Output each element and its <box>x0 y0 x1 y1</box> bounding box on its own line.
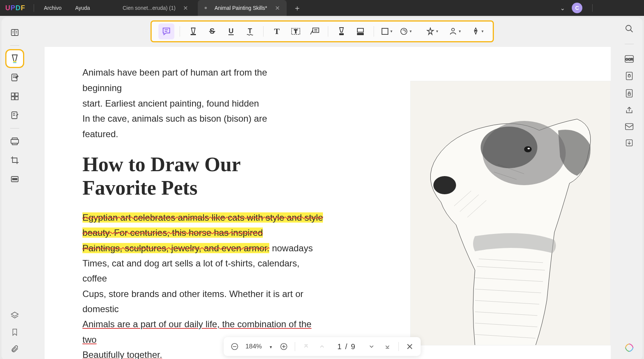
zoom-in-button[interactable] <box>279 342 289 351</box>
divider <box>374 26 374 37</box>
forms-mode-button[interactable] <box>6 107 23 124</box>
search-button[interactable] <box>625 24 634 33</box>
save-button[interactable] <box>625 139 633 147</box>
chevron-down-icon: ▼ <box>409 29 413 33</box>
svg-rect-18 <box>15 97 18 100</box>
divider <box>398 342 399 351</box>
signature-tool[interactable]: ▼ <box>447 23 463 39</box>
area-tool[interactable] <box>352 23 368 39</box>
main-area: S U T T T ▼ ▼ ▼ ▼ ▼ Animals have been pa… <box>28 17 616 359</box>
chevron-down-icon[interactable]: ⌄ <box>560 5 565 12</box>
page-tools-button[interactable] <box>6 133 23 150</box>
ocr-button[interactable]: OCR <box>624 55 634 63</box>
divider <box>10 128 19 128</box>
squiggly-tool[interactable]: T <box>242 23 258 39</box>
divider <box>592 4 593 12</box>
svg-rect-10 <box>13 61 17 62</box>
last-page-button[interactable] <box>382 342 392 351</box>
titlebar: UPDF Archivo Ayuda Cien sonet...eruda) (… <box>0 0 644 16</box>
right-sidebar: OCR <box>616 17 642 359</box>
divider <box>263 26 264 37</box>
left-sidebar <box>2 17 28 359</box>
share-button[interactable] <box>625 106 633 115</box>
svg-point-51 <box>524 146 532 152</box>
divider <box>180 26 180 37</box>
area-highlight-tool[interactable] <box>334 23 349 39</box>
svg-rect-11 <box>13 62 17 63</box>
attachments-button[interactable] <box>11 345 19 353</box>
first-page-button[interactable] <box>301 342 311 351</box>
svg-rect-25 <box>12 178 17 180</box>
pen-tool[interactable]: ▼ <box>470 23 486 39</box>
reader-mode-button[interactable] <box>6 24 23 41</box>
edit-mode-button[interactable] <box>6 69 23 86</box>
tab-inactive[interactable]: Cien sonet...eruda) (1) ✕ <box>116 0 195 16</box>
underline-tool[interactable]: U <box>223 23 239 39</box>
close-button[interactable] <box>631 4 639 12</box>
avatar[interactable]: C <box>572 3 582 13</box>
prev-page-button[interactable] <box>317 342 327 351</box>
mail-button[interactable] <box>625 123 634 130</box>
workspace: S U T T T ▼ ▼ ▼ ▼ ▼ Animals have been pa… <box>2 17 642 359</box>
eraser-tool[interactable]: ▼ <box>398 23 414 39</box>
textbox-tool[interactable]: T <box>288 23 304 39</box>
bookmarks-button[interactable] <box>11 328 19 336</box>
new-tab-button[interactable]: ＋ <box>287 3 308 13</box>
intro-text: Animals have been part of human art from… <box>82 65 294 142</box>
ai-button[interactable] <box>624 342 635 353</box>
close-icon[interactable]: ✕ <box>275 5 280 12</box>
tab-active[interactable]: Animal Painting Skills* ✕ <box>198 0 286 16</box>
svg-rect-40 <box>339 33 344 35</box>
svg-rect-28 <box>191 34 196 35</box>
dot-icon <box>205 7 207 9</box>
page-indicator[interactable]: 1 / 9 <box>333 342 360 351</box>
svg-rect-41 <box>357 28 363 32</box>
zoom-level[interactable]: 184% ▼ <box>245 343 273 350</box>
svg-point-80 <box>628 75 630 77</box>
minimize-button[interactable] <box>602 4 610 12</box>
protect-button[interactable] <box>625 89 633 98</box>
note-tool[interactable] <box>158 23 174 39</box>
divider <box>328 26 328 37</box>
svg-text:T: T <box>274 27 279 36</box>
svg-rect-43 <box>382 28 388 34</box>
chevron-down-icon: ▼ <box>458 29 462 33</box>
svg-rect-17 <box>11 97 14 100</box>
maximize-button[interactable] <box>617 4 624 12</box>
zoom-out-button[interactable] <box>230 342 239 351</box>
menu-ayuda[interactable]: Ayuda <box>68 5 97 11</box>
svg-point-44 <box>400 28 407 35</box>
crop-button[interactable] <box>6 152 23 169</box>
stamp-tool[interactable]: ▼ <box>425 23 441 39</box>
svg-point-45 <box>452 28 454 31</box>
svg-rect-16 <box>15 93 18 96</box>
bottom-bar: 184% ▼ 1 / 9 <box>223 337 421 356</box>
scan-button[interactable] <box>625 71 633 80</box>
menu-archivo[interactable]: Archivo <box>37 5 68 11</box>
divider <box>10 45 19 46</box>
svg-text:T: T <box>294 28 297 34</box>
text-tool[interactable]: T <box>269 23 285 39</box>
svg-rect-79 <box>626 72 632 80</box>
svg-rect-23 <box>11 139 19 143</box>
callout-tool[interactable] <box>307 23 323 39</box>
highlight-tool[interactable] <box>185 23 201 39</box>
next-page-button[interactable] <box>366 342 376 351</box>
app-logo: UPDF <box>0 4 31 12</box>
document-page[interactable]: Animals have been part of human art from… <box>45 47 611 359</box>
close-bar-button[interactable] <box>405 342 414 351</box>
strikethrough-tool[interactable]: S <box>204 23 220 39</box>
close-icon[interactable]: ✕ <box>183 5 188 12</box>
layers-button[interactable] <box>11 311 19 320</box>
svg-point-52 <box>528 148 530 149</box>
svg-line-76 <box>630 30 633 32</box>
tab-label: Animal Painting Skills* <box>214 5 267 11</box>
svg-rect-15 <box>11 93 14 96</box>
organize-mode-button[interactable] <box>6 88 23 105</box>
comment-mode-button[interactable] <box>6 50 23 67</box>
chevron-down-icon: ▼ <box>481 29 484 33</box>
shape-tool[interactable]: ▼ <box>379 23 395 39</box>
svg-point-75 <box>626 25 631 31</box>
redact-button[interactable] <box>6 171 23 187</box>
svg-rect-83 <box>625 124 633 130</box>
